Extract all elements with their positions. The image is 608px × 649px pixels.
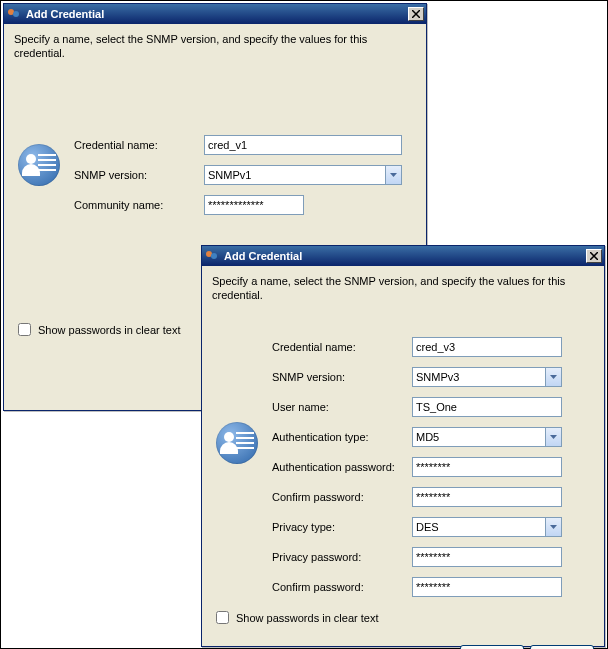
dialog-title: Add Credential — [26, 8, 408, 20]
chevron-down-icon — [390, 173, 397, 177]
svg-point-1 — [13, 11, 19, 17]
confirm-privacy-password-input[interactable] — [412, 577, 562, 597]
privacy-type-select[interactable]: DES — [412, 517, 562, 537]
credential-icon — [18, 144, 60, 186]
auth-password-label: Authentication password: — [272, 461, 412, 473]
snmp-version-value: SNMPv3 — [416, 371, 545, 383]
user-name-input[interactable] — [412, 397, 562, 417]
community-name-label: Community name: — [74, 199, 204, 211]
snmp-version-select[interactable]: SNMPv1 — [204, 165, 402, 185]
chevron-down-icon — [550, 375, 557, 379]
auth-password-input[interactable] — [412, 457, 562, 477]
snmp-version-select[interactable]: SNMPv3 — [412, 367, 562, 387]
chevron-down-icon — [550, 525, 557, 529]
title-bar: Add Credential — [202, 246, 604, 266]
dialog-description: Specify a name, select the SNMP version,… — [14, 32, 416, 60]
privacy-password-input[interactable] — [412, 547, 562, 567]
app-icon — [6, 6, 22, 22]
snmp-version-value: SNMPv1 — [208, 169, 385, 181]
snmp-version-label: SNMP version: — [272, 371, 412, 383]
credential-name-label: Credential name: — [74, 139, 204, 151]
dropdown-arrow[interactable] — [545, 368, 561, 386]
app-icon — [204, 248, 220, 264]
privacy-type-value: DES — [416, 521, 545, 533]
confirm-privacy-password-label: Confirm password: — [272, 581, 412, 593]
credential-name-input[interactable] — [412, 337, 562, 357]
show-passwords-checkbox[interactable] — [216, 611, 229, 624]
chevron-down-icon — [550, 435, 557, 439]
credential-name-input[interactable] — [204, 135, 402, 155]
dropdown-arrow[interactable] — [385, 166, 401, 184]
credential-name-label: Credential name: — [272, 341, 412, 353]
dialog-description: Specify a name, select the SNMP version,… — [212, 274, 594, 302]
close-button[interactable] — [408, 7, 424, 21]
confirm-auth-password-input[interactable] — [412, 487, 562, 507]
dropdown-arrow[interactable] — [545, 428, 561, 446]
close-icon — [412, 10, 420, 18]
auth-type-value: MD5 — [416, 431, 545, 443]
dialog-title: Add Credential — [224, 250, 586, 262]
svg-point-3 — [211, 253, 217, 259]
apply-button[interactable]: Apply — [460, 645, 524, 649]
confirm-auth-password-label: Confirm password: — [272, 491, 412, 503]
show-passwords-label: Show passwords in clear text — [38, 324, 180, 336]
auth-type-label: Authentication type: — [272, 431, 412, 443]
close-dialog-button[interactable]: Close — [530, 645, 594, 649]
close-button[interactable] — [586, 249, 602, 263]
show-passwords-checkbox[interactable] — [18, 323, 31, 336]
snmp-version-label: SNMP version: — [74, 169, 204, 181]
title-bar: Add Credential — [4, 4, 426, 24]
user-name-label: User name: — [272, 401, 412, 413]
show-passwords-label: Show passwords in clear text — [236, 612, 378, 624]
privacy-password-label: Privacy password: — [272, 551, 412, 563]
auth-type-select[interactable]: MD5 — [412, 427, 562, 447]
privacy-type-label: Privacy type: — [272, 521, 412, 533]
dropdown-arrow[interactable] — [545, 518, 561, 536]
community-name-input[interactable] — [204, 195, 304, 215]
credential-icon — [216, 422, 258, 464]
close-icon — [590, 252, 598, 260]
